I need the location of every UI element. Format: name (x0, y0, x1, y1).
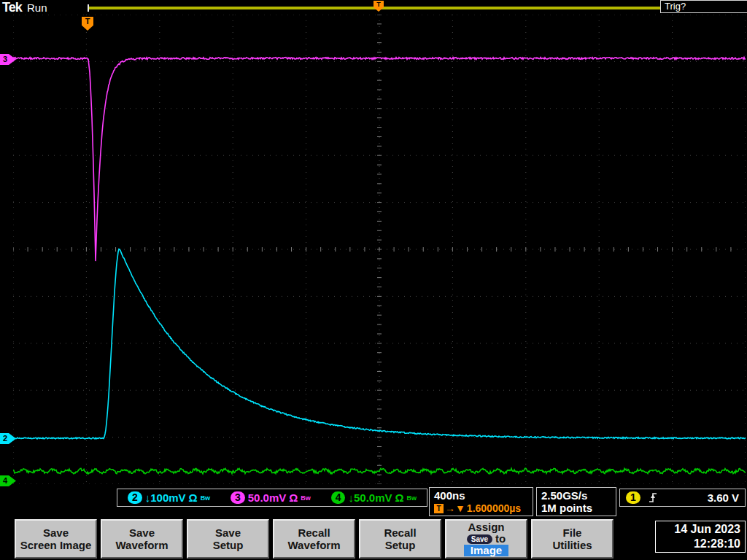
button-label: File (563, 526, 582, 539)
channel4-badge[interactable]: 4 ↓50.0mV Ω Bw (331, 491, 417, 504)
graticule: T (13, 15, 746, 484)
trigger-source-badge: 1 (626, 491, 640, 504)
trigger-delay-arrow: →▼ (445, 502, 465, 514)
channel2-bandwidth-icon: Bw (201, 494, 211, 502)
record-length: 1M points (541, 502, 611, 514)
button-label: Save (215, 526, 241, 539)
record-view-bar (88, 7, 744, 9)
channel3-badge[interactable]: 3 50.0mV Ω Bw (231, 491, 311, 504)
button-label: Recall (384, 526, 416, 539)
channel2-coupling: Ω (189, 491, 198, 504)
channel3-scale: 50.0mV (248, 491, 287, 504)
channel3-bandwidth-icon: Bw (301, 494, 311, 502)
button-label: Screen Image (20, 539, 92, 551)
rising-edge-icon (648, 491, 658, 504)
save-setup-button[interactable]: Save Setup (187, 519, 269, 559)
channel2-badge[interactable]: 2 ↓100mV Ω Bw (128, 491, 210, 504)
channel2-scale: ↓100mV (145, 491, 186, 504)
button-label: Setup (385, 539, 416, 551)
trigger-delay-icon: T (434, 504, 444, 513)
oscilloscope-screen: Tek Run T Trig? T 3 2 4 2 ↓100mV Ω Bw 3 … (0, 0, 747, 560)
tek-logo: Tek (2, 0, 22, 15)
assign-target-highlight: Image (464, 545, 508, 556)
horizontal-readout-box[interactable]: 400ns T →▼ 1.600000µs (429, 487, 533, 516)
save-waveform-button[interactable]: Save Waveform (101, 519, 183, 559)
channel4-bandwidth-icon: Bw (407, 494, 417, 502)
channel3-coupling: Ω (289, 491, 298, 504)
channel-readouts-box: 2 ↓100mV Ω Bw 3 50.0mV Ω Bw 4 ↓50.0mV Ω … (117, 489, 427, 507)
waveform-display (13, 15, 746, 484)
recall-setup-button[interactable]: Recall Setup (359, 519, 441, 559)
acquisition-readout-box: 2.50GS/s 1M points (536, 487, 616, 516)
acquisition-status: Run (27, 1, 47, 14)
datetime-display: 14 Jun 2023 12:28:10 (655, 521, 746, 553)
trigger-readout-box[interactable]: 1 3.60 V (619, 489, 746, 507)
channel4-coupling: Ω (395, 491, 404, 504)
button-label: Save (129, 526, 155, 539)
channel4-scale: ↓50.0mV (348, 491, 392, 504)
button-label: Waveform (116, 539, 169, 551)
channel4-number: 4 (331, 491, 346, 504)
record-bar-left-bracket (88, 4, 89, 12)
button-label: to (495, 533, 506, 545)
sample-rate: 2.50GS/s (541, 489, 611, 502)
button-label: Assign (468, 521, 504, 533)
assign-save-row: Save to (467, 533, 506, 545)
save-screen-image-button[interactable]: Save Screen Image (15, 519, 97, 559)
assign-save-to-image-button[interactable]: Assign Save to Image (445, 519, 527, 559)
button-label: Recall (298, 526, 330, 539)
save-badge: Save (467, 534, 492, 544)
timebase-scale: 400ns (434, 489, 528, 502)
file-utilities-button[interactable]: File Utilities (531, 519, 614, 559)
button-label: Save (43, 526, 69, 539)
trigger-status-indicator: Trig? (660, 0, 747, 13)
button-label: Utilities (552, 539, 592, 551)
trigger-level: 3.60 V (665, 491, 739, 504)
recall-waveform-button[interactable]: Recall Waveform (273, 519, 355, 559)
date-label: 14 Jun 2023 (674, 522, 740, 537)
record-trigger-position-icon[interactable]: T (374, 1, 384, 12)
button-label: Waveform (288, 539, 341, 551)
channel3-number: 3 (231, 491, 245, 504)
trigger-delay-value: 1.600000µs (467, 502, 521, 514)
channel2-number: 2 (128, 491, 142, 504)
time-label: 12:28:10 (694, 537, 740, 551)
trigger-delay-readout: T →▼ 1.600000µs (434, 502, 528, 514)
button-label: Setup (213, 539, 244, 551)
